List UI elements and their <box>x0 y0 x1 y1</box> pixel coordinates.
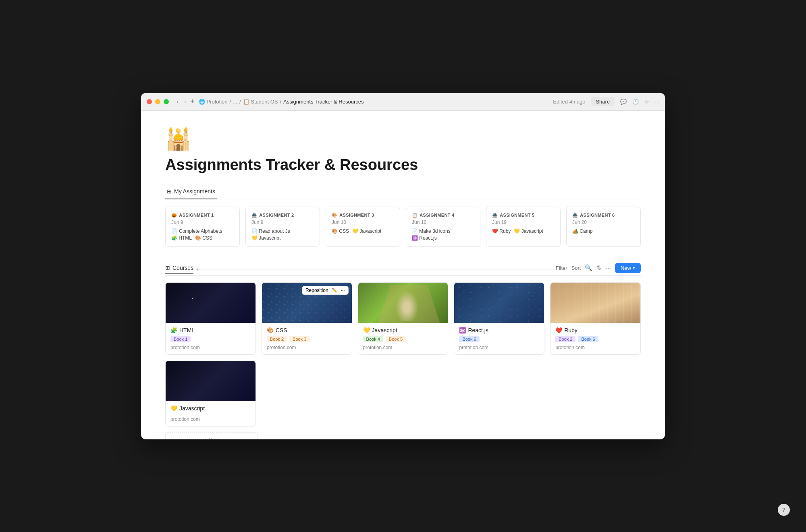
assignments-scroll: 🎃 ASSIGNMENT 1 Jun 9 📄 Complete Alphabet… <box>165 207 641 250</box>
close-button[interactable] <box>147 99 152 104</box>
back-button[interactable]: ‹ <box>174 97 181 106</box>
book-tag-js-1: Book 4 <box>363 336 383 342</box>
asgn-date-1: Jun 9 <box>171 219 234 225</box>
course-link-css: prototion.com <box>267 345 347 350</box>
new-course-row: + New <box>165 432 641 439</box>
add-page-button[interactable]: + <box>190 97 195 106</box>
asgn-tag-1-css: 🎨 CSS <box>195 235 212 241</box>
course-card-extra[interactable]: 💛 Javascript prototion.com <box>165 360 256 426</box>
tab-my-assignments-label: My Assignments <box>174 188 215 195</box>
asgn-tags-1: 📄 Complete Alphabets 🧩 HTML 🎨 CSS <box>171 228 234 241</box>
traffic-lights <box>147 99 169 104</box>
course-info-react: ⚛️ React.js Book 6 prototion.com <box>454 323 544 354</box>
doc-icon: 📄 <box>171 228 177 234</box>
courses-actions: Filter Sort 🔍 ⇅ ··· New ▾ <box>556 263 641 275</box>
help-button[interactable]: ? <box>778 504 790 516</box>
course-books-ruby: Book 2 Book 6 <box>555 336 636 342</box>
share-button[interactable]: Share <box>591 97 615 106</box>
course-name-extra: 💛 Javascript <box>170 405 251 412</box>
more-options-button[interactable]: ··· <box>606 265 611 271</box>
ellipsis-icon[interactable]: ··· <box>341 288 345 293</box>
hover-bar[interactable]: Reposition ✏️ ··· <box>302 286 349 295</box>
course-name-react: ⚛️ React.js <box>459 327 539 333</box>
search-button[interactable]: 🔍 <box>585 264 592 271</box>
breadcrumb-studentos[interactable]: 📋 Student OS <box>243 99 278 105</box>
breadcrumb-ellipsis[interactable]: ... <box>233 99 237 105</box>
asgn-date-2: Jun 9 <box>251 219 314 225</box>
course-card-js[interactable]: 💛 Javascript Book 4 Book 5 prototion.com <box>358 282 449 355</box>
breadcrumb: 🌐 Prototion / ... / 📋 Student OS / Assig… <box>199 99 553 105</box>
history-icon[interactable]: 🕐 <box>632 99 639 105</box>
assignment-card-3[interactable]: 🎨 ASSIGNMENT 3 Jun 10 🎨 CSS 💛 Javascript <box>326 207 400 247</box>
course-info-extra: 💛 Javascript prototion.com <box>166 401 256 426</box>
asgn-tag-1-html: 🧩 HTML <box>171 235 192 241</box>
assignment-card-5[interactable]: 🏯 ASSIGNMENT 5 Jun 19 ❤️ Ruby 💛 Javascri… <box>486 207 561 247</box>
more-icon[interactable]: ··· <box>655 99 659 105</box>
breadcrumb-current: Assignments Tracker & Resources <box>283 99 364 105</box>
my-assignments-tab-bar: ⊞ My Assignments <box>165 185 641 199</box>
edit-icon[interactable]: ✏️ <box>332 288 338 293</box>
book-tag-js-2: Book 5 <box>386 336 406 342</box>
book-tag-react-1: Book 6 <box>459 336 479 342</box>
course-link-ruby: prototion.com <box>555 345 636 350</box>
asgn-tags-2: 📄 Read about Js 💛 Javascript <box>251 228 314 241</box>
asgn-title-4: 📋 ASSIGNMENT 4 <box>412 213 474 218</box>
chevron-down-icon: ▾ <box>633 265 635 271</box>
comment-icon[interactable]: 💬 <box>620 99 627 105</box>
course-card-ruby[interactable]: ❤️ Ruby Book 2 Book 6 prototion.com <box>550 282 641 355</box>
add-new-course-button[interactable]: + New <box>165 432 258 439</box>
assignment-card-2[interactable]: 🏯 ASSIGNMENT 2 Jun 9 📄 Read about Js 💛 J… <box>245 207 320 247</box>
minimize-button[interactable] <box>155 99 160 104</box>
asgn-tag-row-1: 🧩 HTML 🎨 CSS <box>171 235 234 241</box>
asgn-tag-4-2: ⚛️ React.js <box>412 235 474 241</box>
course-books-html: Book 1 <box>170 336 251 342</box>
asgn-icon-6: 🏯 <box>572 213 578 218</box>
assignment-card-6[interactable]: 🏯 ASSIGNMENT 6 Jun 20 🏕️ Camp <box>566 207 641 247</box>
asgn-icon-2: 🏯 <box>251 213 257 218</box>
asgn-date-5: Jun 19 <box>492 219 555 225</box>
add-courses-view-button[interactable]: + <box>196 266 199 273</box>
titlebar-right: Edited 4h ago Share 💬 🕐 ☆ ··· <box>553 97 659 106</box>
breadcrumb-prototion[interactable]: 🌐 Prototion <box>199 99 228 105</box>
course-link-js: prototion.com <box>363 345 443 350</box>
asgn-tag-row-5: ❤️ Ruby 💛 Javascript <box>492 228 555 234</box>
course-card-html[interactable]: 🧩 HTML Book 1 prototion.com <box>165 282 256 355</box>
course-name-html: 🧩 HTML <box>170 327 251 333</box>
course-card-react[interactable]: ⚛️ React.js Book 6 prototion.com <box>454 282 544 355</box>
course-info-html: 🧩 HTML Book 1 prototion.com <box>166 323 256 354</box>
reposition-button[interactable]: ⇅ <box>596 264 602 271</box>
new-course-button[interactable]: New ▾ <box>615 263 641 273</box>
js-emoji: 💛 <box>363 327 370 333</box>
star-icon[interactable]: ☆ <box>644 99 649 105</box>
assignment-card-1[interactable]: 🎃 ASSIGNMENT 1 Jun 9 📄 Complete Alphabet… <box>165 207 240 247</box>
courses-grid-icon: ⊞ <box>165 265 170 271</box>
courses-tab-border <box>199 269 555 269</box>
asgn-tag-2-1: 📄 Read about Js <box>251 228 314 234</box>
asgn-date-3: Jun 10 <box>332 219 394 225</box>
course-card-css[interactable]: Reposition ✏️ ··· 🎨 CSS Book 2 Book 3 pr… <box>262 282 352 355</box>
asgn-date-6: Jun 20 <box>572 219 635 225</box>
tab-my-assignments[interactable]: ⊞ My Assignments <box>165 185 217 199</box>
react-emoji: ⚛️ <box>459 327 466 333</box>
courses-grid: 🧩 HTML Book 1 prototion.com Reposition ✏… <box>165 282 641 426</box>
filter-button[interactable]: Filter <box>556 265 567 271</box>
asgn-icon-1: 🎃 <box>171 213 177 218</box>
asgn-tag-3-css: 🎨 CSS <box>332 228 349 234</box>
course-link-react: prototion.com <box>459 345 539 350</box>
course-books-js: Book 4 Book 5 <box>363 336 443 342</box>
course-name-ruby: ❤️ Ruby <box>555 327 636 333</box>
forward-button[interactable]: › <box>182 97 188 106</box>
course-img-react <box>454 283 544 323</box>
nav-arrows: ‹ › <box>174 97 188 106</box>
extra-emoji: 💛 <box>170 405 177 412</box>
tab-courses[interactable]: ⊞ Courses <box>165 265 193 274</box>
course-name-js: 💛 Javascript <box>363 327 443 333</box>
book-tag-html-1: Book 1 <box>170 336 191 342</box>
course-name-css: 🎨 CSS <box>267 327 347 333</box>
titlebar: ‹ › + 🌐 Prototion / ... / 📋 Student OS /… <box>141 93 665 111</box>
fullscreen-button[interactable] <box>164 99 169 104</box>
sort-button[interactable]: Sort <box>571 265 581 271</box>
asgn-title-1: 🎃 ASSIGNMENT 1 <box>171 213 234 218</box>
assignment-card-4[interactable]: 📋 ASSIGNMENT 4 Jun 16 📄 Make 3d icons ⚛️… <box>406 207 480 247</box>
asgn-date-4: Jun 16 <box>412 219 474 225</box>
